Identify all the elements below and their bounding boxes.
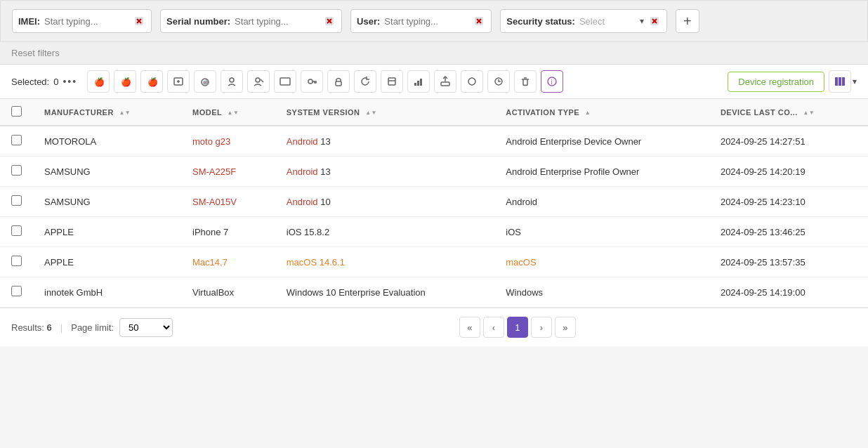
activation-type-cell: Android Enterprise Profile Owner [494, 157, 709, 187]
delete-button[interactable] [514, 70, 537, 93]
serial-filter-group: Serial number: [160, 9, 342, 33]
system-version-cell[interactable]: Android 13 [275, 126, 495, 157]
upload-button[interactable] [434, 70, 456, 93]
sync-button[interactable] [461, 70, 483, 93]
toolbar: Selected: 0 ••• 🍎 🍎 🍎 🤖 [0, 65, 868, 99]
wipe-button[interactable] [381, 70, 403, 93]
devices-table: MANUFACTURER ▲▼ MODEL ▲▼ SYSTEM VERSION … [0, 99, 868, 308]
device-add-icon [173, 76, 184, 87]
pagination: « ‹ 1 › » [459, 317, 576, 338]
model-cell[interactable]: SM-A015V [181, 187, 275, 217]
page-1-button[interactable]: 1 [507, 317, 528, 338]
next-page-button[interactable]: › [531, 317, 552, 338]
activation-type-cell: Android [494, 187, 709, 217]
system-version-cell[interactable]: Android 13 [275, 157, 495, 187]
serial-input[interactable] [235, 16, 319, 27]
selected-info: Selected: 0 ••• [11, 76, 77, 87]
trash-icon [520, 76, 531, 87]
row-1-checkbox[interactable] [11, 165, 22, 176]
clear-icon [650, 16, 659, 26]
table-row: APPLEiPhone 7iOS 15.8.2iOS2024-09-25 13:… [0, 217, 868, 247]
system-version-cell[interactable]: Android 10 [275, 187, 495, 217]
activation-type-cell: Windows [494, 277, 709, 308]
device-registration-button[interactable]: Device registration [728, 72, 824, 92]
refresh-button[interactable] [354, 70, 376, 93]
svg-rect-26 [388, 78, 395, 85]
reset-filters-button[interactable]: Reset filters [11, 48, 60, 58]
row-0-checkbox[interactable] [11, 135, 22, 145]
ios-enroll-button[interactable]: 🍎 [87, 70, 110, 93]
imei-clear-button[interactable] [133, 16, 145, 26]
device-last-co-col-label: DEVICE LAST CO... [721, 108, 798, 117]
manufacturer-col-header[interactable]: MANUFACTURER ▲▼ [33, 99, 181, 126]
security-dropdown-arrow: ▾ [640, 16, 644, 26]
serial-clear-button[interactable] [323, 16, 336, 26]
device-last-contact-cell: 2024-09-25 14:27:51 [709, 126, 868, 157]
user-button[interactable] [221, 70, 243, 93]
row-5-checkbox[interactable] [11, 286, 22, 296]
imei-input[interactable] [44, 16, 129, 27]
upload-icon [440, 76, 451, 87]
lock-icon [333, 76, 344, 87]
svg-point-21 [256, 78, 260, 82]
model-sort-icon: ▲▼ [228, 110, 239, 116]
refresh-icon [360, 76, 371, 87]
device-last-contact-cell: 2024-09-25 13:57:35 [709, 247, 868, 277]
more-options-button[interactable]: ••• [63, 76, 77, 87]
model-cell[interactable]: Mac14,7 [181, 247, 275, 277]
key-icon [306, 76, 317, 87]
history-button[interactable] [487, 70, 510, 93]
lock-button[interactable] [327, 70, 350, 93]
row-checkbox-cell [0, 277, 33, 308]
model-cell: VirtualBox [181, 277, 275, 308]
selected-label: Selected: [11, 77, 49, 87]
page-limit-select[interactable]: 10 25 50 100 [119, 318, 173, 337]
model-col-header[interactable]: MODEL ▲▼ [181, 99, 275, 126]
manufacturer-cell: MOTOROLA [33, 126, 181, 157]
system-version-cell[interactable]: macOS 14.6.1 [275, 247, 495, 277]
model-cell[interactable]: SM-A225F [181, 157, 275, 187]
columns-button[interactable] [829, 70, 851, 93]
key-button[interactable] [301, 70, 323, 93]
sync-icon [466, 76, 478, 87]
screen-button[interactable] [274, 70, 296, 93]
manufacturer-cell: SAMSUNG [33, 187, 181, 217]
device-last-co-col-header[interactable]: DEVICE LAST CO... ▲▼ [709, 99, 868, 126]
macos-enroll-button[interactable]: 🍎 [114, 70, 136, 93]
add-filter-button[interactable]: + [676, 9, 699, 33]
system-version-col-header[interactable]: SYSTEM VERSION ▲▼ [275, 99, 495, 126]
row-2-checkbox[interactable] [11, 195, 22, 206]
screen-icon [280, 76, 291, 87]
user-label: User: [357, 16, 380, 27]
security-select[interactable]: Select [579, 16, 636, 27]
prev-page-button[interactable]: ‹ [483, 317, 504, 338]
model-cell[interactable]: moto g23 [181, 126, 275, 157]
android-button[interactable]: 🤖 [194, 70, 216, 93]
last-page-button[interactable]: » [555, 317, 576, 338]
selected-count: 0 [53, 77, 58, 87]
first-page-button[interactable]: « [459, 317, 480, 338]
chart-button[interactable] [407, 70, 430, 93]
info-button[interactable]: i [541, 70, 563, 93]
activation-type-col-header[interactable]: ACTIVATION TYPE ▲ [494, 99, 709, 126]
footer-divider: | [60, 322, 63, 333]
security-clear-button[interactable] [648, 16, 661, 26]
add-device-button[interactable] [167, 70, 190, 93]
svg-text:🍎: 🍎 [121, 77, 131, 87]
user-input[interactable] [384, 16, 468, 27]
user-clear-button[interactable] [473, 16, 485, 26]
clear-icon [474, 16, 484, 26]
columns-dropdown-button[interactable]: ▾ [853, 77, 857, 86]
device-last-contact-cell: 2024-09-25 14:19:00 [709, 277, 868, 308]
svg-rect-28 [414, 83, 416, 86]
device-last-contact-cell: 2024-09-25 14:20:19 [709, 157, 868, 187]
system-version-col-label: SYSTEM VERSION [287, 108, 360, 117]
row-4-checkbox[interactable] [11, 256, 22, 266]
device-last-co-sort-icon: ▲▼ [803, 110, 815, 116]
apple-remove-button[interactable]: 🍎 [140, 70, 163, 93]
user-remove-button[interactable] [247, 70, 270, 93]
system-version-cell: Windows 10 Enterprise Evaluation [275, 277, 495, 308]
select-all-checkbox[interactable] [11, 106, 22, 117]
row-3-checkbox[interactable] [11, 225, 22, 236]
activation-type-cell[interactable]: macOS [494, 247, 709, 277]
